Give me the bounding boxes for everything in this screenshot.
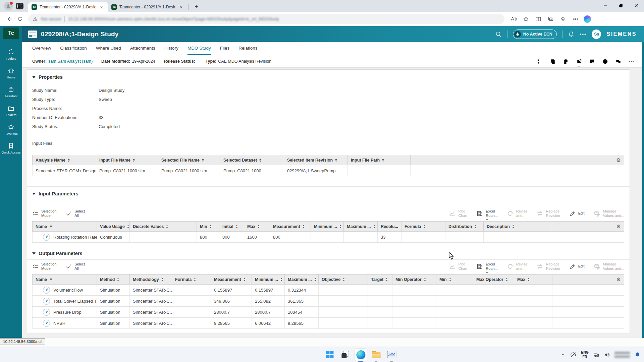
output-parameters-section-header[interactable]: Output Parameters [32,251,83,256]
output-parameter-row[interactable]: VolumetricFlow SimulationSimcenter STAR-… [33,285,624,296]
manage-values-button[interactable]: Manage Values and... [594,262,624,271]
window-close-button[interactable] [629,0,644,11]
edit-button[interactable]: Edit [569,210,585,217]
refresh-icon[interactable] [15,14,25,24]
browser-tab-2[interactable]: Tc Teamcenter - 029291/A;1-Design ✕ [108,2,188,12]
paste-icon[interactable] [561,57,570,66]
revise-button[interactable]: Revise and... [507,209,528,218]
column-header-minimum[interactable]: Minimum ... [252,275,285,285]
manage-values-button[interactable]: Manage Values and... [594,209,624,218]
plot-chart-button[interactable]: Plot Chart [449,209,467,218]
back-icon[interactable] [5,14,15,24]
column-header-selected-file-name[interactable]: Selected File Name [158,155,220,165]
close-tab-icon[interactable]: ✕ [178,4,184,10]
input-parameter-row[interactable]: Rotating Rotation Rate Continuous 800 80… [33,232,624,243]
column-header-min[interactable]: Min [197,222,219,232]
column-header-input-file-name[interactable]: Input File Name [96,155,158,165]
tab-files[interactable]: Files [220,42,230,55]
user-avatar[interactable]: Ss [592,29,601,39]
schedule-grid-icon[interactable] [588,57,596,66]
tab-classification[interactable]: Classification [60,42,87,55]
window-restore-button[interactable] [613,0,629,11]
replace-revision-button[interactable]: Replace Revision [536,262,560,271]
monitor-app-button[interactable] [385,348,398,361]
column-header-measurement[interactable]: Measurement [211,275,252,285]
column-header-selected-dataset[interactable]: Selected Dataset [220,155,284,165]
selection-mode-button[interactable]: Selection Mode [32,262,56,271]
owner-link[interactable]: sam,Sam Analyst (sam) [48,59,93,64]
column-header-resolution[interactable]: Resolu... [378,222,401,232]
column-header-target[interactable]: Target [368,275,392,285]
notifications-bell-icon[interactable] [568,31,575,38]
notification-bell-icon[interactable] [634,352,641,358]
window-minimize-button[interactable] [598,0,613,11]
column-header-initial[interactable]: Initial [219,222,244,232]
selection-mode-button[interactable]: Selection Mode [32,209,56,218]
close-tab-icon[interactable]: ✕ [98,4,105,10]
input-parameters-section-header[interactable]: Input Parameters [32,191,78,196]
file-explorer-button[interactable] [370,348,382,361]
open-share-icon[interactable] [575,57,583,66]
search-icon[interactable] [495,31,502,38]
teamcenter-logo[interactable]: Tc [3,27,19,39]
select-all-button[interactable]: Select All [65,209,85,218]
column-header-methodology[interactable]: Methodology [130,275,172,285]
table-settings-gear[interactable]: ⚙ [552,222,624,232]
edit-button[interactable]: Edit [569,263,585,270]
column-header-formula[interactable]: Formula [172,275,211,285]
column-header-value-usage[interactable]: Value Usage [97,222,130,232]
output-parameter-row[interactable]: Pressure Drop SimulationSimcenter STAR-C… [33,307,624,318]
properties-section-header[interactable]: Properties [32,74,63,80]
output-parameter-row[interactable]: Total Solver Elapsed T... SimulationSimc… [33,296,624,307]
new-tab-button[interactable]: + [192,2,201,11]
column-header-maximum[interactable]: Maximum ... [285,275,319,285]
column-header-description[interactable]: Description [484,222,552,232]
item-revision-link[interactable]: 029299/A;1-SweepPump [284,165,348,176]
tab-overview[interactable]: Overview [32,42,51,55]
column-header-selected-item-revision[interactable]: Selected Item Revision [284,155,348,165]
column-header-max[interactable]: Max [514,275,552,285]
tab-relations[interactable]: Relations [238,42,257,55]
column-header-max-operator[interactable]: Max Operator [473,275,514,285]
volume-icon[interactable] [604,352,610,358]
header-more-menu[interactable]: ••• [580,32,587,37]
sidebar-item-assistant[interactable]: Assistant [0,84,22,99]
column-header-minimum[interactable]: Minimum ... [311,222,344,232]
plot-chart-button[interactable]: Plot Chart [449,262,467,271]
collections-icon[interactable] [546,15,555,23]
language-indicator[interactable]: ENGFR [581,350,589,359]
excel-roundtrip-button[interactable]: Excel Roun... [476,262,497,271]
tab-history[interactable]: History [164,42,178,55]
select-all-button[interactable]: Select All [65,262,85,271]
more-actions-icon[interactable] [627,57,636,66]
replace-revision-button[interactable]: Replace Revision [536,209,560,218]
split-screen-icon[interactable] [534,15,543,23]
column-header-max[interactable]: Max [244,222,270,232]
extensions-icon[interactable] [559,15,568,23]
sidebar-item-folders[interactable]: Folders [0,103,22,118]
column-header-analysis-name[interactable]: Analysis Name [33,155,96,165]
tab-attachments[interactable]: Attachments [130,42,155,55]
table-settings-gear[interactable]: ⚙ [411,155,624,165]
column-header-formula[interactable]: Formula [401,222,445,232]
read-aloud-icon[interactable] [509,15,518,23]
sidebar-item-home[interactable]: Home [0,66,22,80]
tray-chevron-icon[interactable] [561,352,566,357]
column-header-distribution[interactable]: Distribution [445,222,484,232]
cut-icon[interactable] [535,57,544,66]
column-header-min-operator[interactable]: Min Operator [392,275,436,285]
column-header-method[interactable]: Method [97,275,130,285]
sidebar-item-quick-access[interactable]: Quick Access [0,141,22,156]
tab-mdo-study[interactable]: MDO Study [187,42,211,55]
browser-profile-button[interactable] [4,2,13,10]
workspaces-icon[interactable] [16,3,23,9]
column-header-name[interactable]: Name [33,222,97,232]
no-active-ecn-badge[interactable]: No Active ECN [513,29,557,39]
column-header-objective[interactable]: Objective [319,275,368,285]
comments-icon[interactable] [614,57,623,66]
edge-taskbar-button[interactable] [354,348,367,361]
browser-tab-1[interactable]: Tc Teamcenter - 029298/A;1-Design ✕ [28,2,108,12]
sidebar-item-favorites[interactable]: Favorites [0,122,22,137]
column-header-min[interactable]: Min [436,275,473,285]
column-header-input-file-path[interactable]: Input File Path [348,155,411,165]
